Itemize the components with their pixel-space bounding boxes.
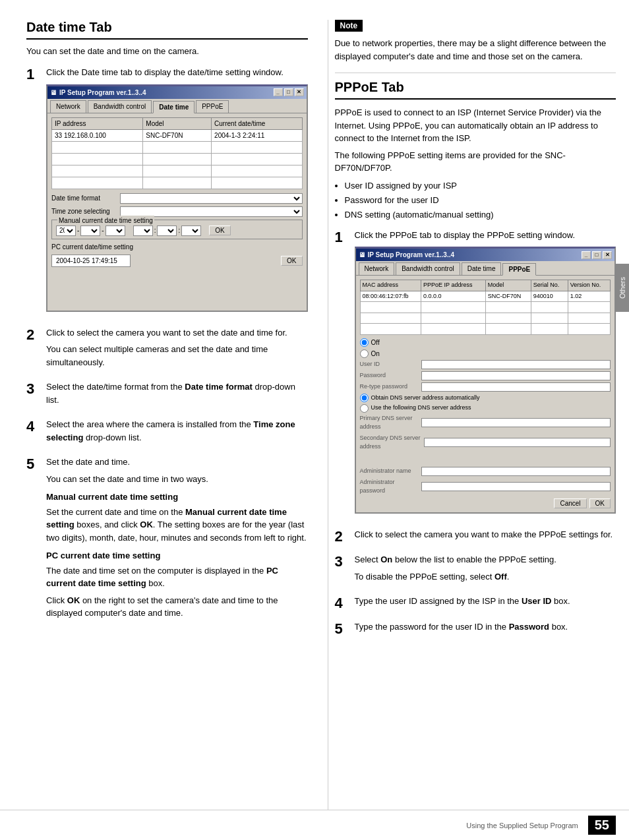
pppoe-maximize-button[interactable]: □ <box>592 251 601 259</box>
pppoe-table-row[interactable]: 08:00:46:12:07:fb 0.0.0.0 SNC-DF70N 9400… <box>360 291 611 302</box>
pppoe-step-3-subtext: To disable the PPPoE setting, select Off… <box>355 570 616 584</box>
secondary-dns-input[interactable] <box>424 438 611 447</box>
pppoe-dialog-icon: 🖥 <box>359 250 365 260</box>
pppoe-tab-bandwidth[interactable]: Bandwidth control <box>396 262 460 275</box>
step-1: 1 Click the Date time tab to display the… <box>26 66 308 318</box>
table-row[interactable] <box>52 177 303 189</box>
pppoe-step-5-content: Type the password for the user ID in the… <box>355 620 616 638</box>
pppoe-step-3-number: 3 <box>335 553 348 587</box>
ok-button[interactable]: OK <box>589 498 611 508</box>
admin-pass-label: Administrator password <box>360 478 419 496</box>
pc-text2: Click OK on the right to set the camera'… <box>46 594 308 620</box>
password-label: Password <box>360 371 419 380</box>
table-row[interactable] <box>52 153 303 165</box>
pppoe-win-controls[interactable]: _ □ ✕ <box>582 251 612 259</box>
pppoe-step-5: 5 Type the password for the user ID in t… <box>335 620 616 638</box>
month-select[interactable] <box>80 225 100 236</box>
pppoe-step-3: 3 Select On below the list to enable the… <box>335 553 616 587</box>
dns-manual-label: Use the following DNS server address <box>371 404 471 413</box>
dialog-content: IP address Model Current date/time 33 19… <box>47 113 307 311</box>
close-button[interactable]: ✕ <box>295 88 304 96</box>
password-input[interactable] <box>421 371 611 380</box>
left-intro-text: You can set the date and time on the cam… <box>26 46 308 56</box>
pppoe-table-row[interactable] <box>360 313 611 324</box>
year-select[interactable]: 20 <box>56 225 76 236</box>
sec-select[interactable] <box>181 225 201 236</box>
step-2-text: Click to select the camera you want to s… <box>46 326 308 340</box>
step-4-number: 4 <box>26 418 40 448</box>
admin-name-row: Administrator name <box>360 467 611 476</box>
radio-on[interactable] <box>360 349 369 358</box>
primary-dns-input[interactable] <box>421 418 611 427</box>
pppoe-minimize-button[interactable]: _ <box>582 251 591 259</box>
datetime-input-row: 20 - - : : <box>56 225 298 236</box>
pppoe-step-1-text: Click the PPPoE tab to display the PPPoE… <box>355 229 616 242</box>
pppoe-intro-p2: The following PPPoE setting items are pr… <box>335 149 616 175</box>
bullet-1: User ID assigned by your ISP <box>345 179 616 193</box>
table-row[interactable]: 33 192.168.0.100 SNC-DF70N 2004-1-3 2:24… <box>52 129 303 141</box>
radio-off[interactable] <box>360 338 369 347</box>
pc-date-display: 2004-10-25 17:49:15 <box>51 255 131 267</box>
dns-manual-radio[interactable] <box>360 404 369 413</box>
step-3-bold: Date time format <box>185 382 253 392</box>
cancel-button[interactable]: Cancel <box>554 498 586 508</box>
dns-manual-row: Use the following DNS server address <box>360 404 611 413</box>
pppoe-step-5-text: Type the password for the user ID in the… <box>355 620 616 634</box>
pppoe-step-2: 2 Click to select the camera you want to… <box>335 528 616 545</box>
step-1-content: Click the Date time tab to display the d… <box>46 66 308 318</box>
reenter-label: Re-type password <box>360 382 419 392</box>
table-row[interactable] <box>52 165 303 177</box>
date-format-row: Date time format <box>51 193 303 204</box>
table-row[interactable] <box>52 141 303 153</box>
pc-ok-button[interactable]: OK <box>281 256 302 266</box>
maximize-button[interactable]: □ <box>284 88 293 96</box>
col-datetime: Current date/time <box>212 117 302 129</box>
pppoe-step-3-content: Select On below the list to enable the P… <box>355 553 616 587</box>
tab-pppoe[interactable]: PPPoE <box>196 100 229 113</box>
step-2-subtext: You can select multiple cameras and set … <box>46 343 308 369</box>
pppoe-dialog-titlebar: 🖥 IP Setup Program ver.1..3..4 _ □ ✕ <box>356 249 615 261</box>
separator <box>335 73 616 73</box>
pppoe-table-row[interactable] <box>360 324 611 335</box>
tab-bandwidth[interactable]: Bandwidth control <box>88 100 152 113</box>
footer-text: Using the Supplied Setup Program <box>466 822 578 829</box>
pppoe-col-serial: Serial No. <box>531 280 568 291</box>
step-5-subtext: You can set the date and time in two way… <box>46 473 308 486</box>
reenter-input[interactable] <box>421 382 611 392</box>
tab-datetime[interactable]: Date time <box>153 101 195 113</box>
pppoe-table-row[interactable] <box>360 302 611 313</box>
user-id-input[interactable] <box>421 360 611 369</box>
minimize-button[interactable]: _ <box>274 88 283 96</box>
step-1-text: Click the Date time tab to display the d… <box>46 66 308 79</box>
pc-heading: PC current date time setting <box>46 549 308 562</box>
secondary-dns-row: Secondary DNS server address <box>360 434 611 452</box>
win-controls[interactable]: _ □ ✕ <box>274 88 304 96</box>
admin-pass-input[interactable] <box>421 482 611 491</box>
radio-on-row: On <box>360 349 611 359</box>
col-model: Model <box>143 117 212 129</box>
manual-ok-button[interactable]: OK <box>209 225 230 235</box>
pppoe-tab-pppoe[interactable]: PPPoE <box>502 263 536 276</box>
step-5-number: 5 <box>26 456 40 624</box>
left-section-title: Date time Tab <box>26 20 308 40</box>
tab-network[interactable]: Network <box>50 100 86 113</box>
pppoe-step-1-number: 1 <box>335 229 348 520</box>
min-select[interactable] <box>157 225 177 236</box>
pppoe-tab-datetime[interactable]: Date time <box>462 262 502 275</box>
pppoe-tab-network[interactable]: Network <box>359 262 395 275</box>
secondary-dns-label: Secondary DNS server address <box>360 434 422 452</box>
step-5-content: Set the date and time. You can set the d… <box>46 456 308 624</box>
day-select[interactable] <box>105 225 125 236</box>
cell-model: SNC-DF70N <box>143 129 212 141</box>
step-5: 5 Set the date and time. You can set the… <box>26 456 308 624</box>
pppoe-dialog-content: MAC address PPPoE IP address Model Seria… <box>356 276 615 512</box>
dns-auto-radio[interactable] <box>360 394 369 402</box>
dns-auto-label: Obtain DNS server address automatically <box>371 394 480 403</box>
hour-select[interactable] <box>133 225 153 236</box>
admin-name-input[interactable] <box>421 467 611 476</box>
primary-dns-row: Primary DNS server address <box>360 414 611 432</box>
date-format-select[interactable] <box>120 193 303 204</box>
pppoe-step-4-number: 4 <box>335 595 348 612</box>
pppoe-close-button[interactable]: ✕ <box>603 251 612 259</box>
step-2-content: Click to select the camera you want to s… <box>46 326 308 373</box>
